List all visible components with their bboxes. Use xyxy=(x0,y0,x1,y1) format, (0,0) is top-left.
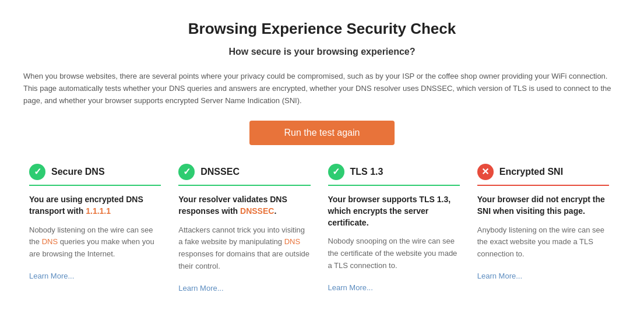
dnssec-description: Attackers cannot trick you into visiting… xyxy=(178,224,310,273)
dnssec-status-icon: ✓ xyxy=(178,164,195,180)
card-header-secure-dns: ✓ Secure DNS xyxy=(29,164,161,180)
tls13-status-icon: ✓ xyxy=(328,164,344,180)
card-encrypted-sni: ✕ Encrypted SNI Your browser did not enc… xyxy=(471,164,621,305)
card-tls13: ✓ TLS 1.3 Your browser supports TLS 1.3,… xyxy=(322,164,471,305)
secure-dns-status-icon: ✓ xyxy=(29,164,45,180)
page-title: Browsing Experience Security Check xyxy=(23,17,621,40)
card-secure-dns: ✓ Secure DNS You are using encrypted DNS… xyxy=(23,164,173,305)
tls13-learn-more[interactable]: Learn More... xyxy=(328,283,373,292)
card-header-tls13: ✓ TLS 1.3 xyxy=(328,164,460,180)
tls13-description: Nobody snooping on the wire can see the … xyxy=(328,235,460,272)
secure-dns-description: Nobody listening on the wire can see the… xyxy=(29,224,161,260)
header: Browsing Experience Security Check How s… xyxy=(23,17,621,59)
dnssec-main-text: Your resolver validates DNS responses wi… xyxy=(178,194,310,217)
page-wrapper: Browsing Experience Security Check How s… xyxy=(0,0,644,324)
intro-text: When you browse websites, there are seve… xyxy=(23,71,621,107)
card-header-dnssec: ✓ DNSSEC xyxy=(178,164,310,180)
encrypted-sni-learn-more[interactable]: Learn More... xyxy=(477,272,522,280)
page-subtitle: How secure is your browsing experience? xyxy=(23,45,621,59)
card-header-encrypted-sni: ✕ Encrypted SNI xyxy=(477,164,609,180)
secure-dns-divider xyxy=(29,185,161,186)
secure-dns-learn-more[interactable]: Learn More... xyxy=(29,272,74,280)
card-dnssec: ✓ DNSSEC Your resolver validates DNS res… xyxy=(173,164,322,305)
dnssec-title: DNSSEC xyxy=(200,165,240,179)
secure-dns-main-text: You are using encrypted DNS transport wi… xyxy=(29,194,161,217)
encrypted-sni-description: Anybody listening on the wire can see th… xyxy=(477,224,609,260)
dnssec-learn-more[interactable]: Learn More... xyxy=(178,284,223,293)
encrypted-sni-title: Encrypted SNI xyxy=(499,165,563,179)
tls13-divider xyxy=(328,185,460,186)
cards-container: ✓ Secure DNS You are using encrypted DNS… xyxy=(23,164,621,305)
encrypted-sni-main-text: Your browser did not encrypt the SNI whe… xyxy=(477,194,609,217)
tls13-main-text: Your browser supports TLS 1.3, which enc… xyxy=(328,194,460,228)
secure-dns-title: Secure DNS xyxy=(51,165,105,179)
dnssec-divider xyxy=(178,185,310,186)
encrypted-sni-status-icon: ✕ xyxy=(477,164,494,180)
tls13-title: TLS 1.3 xyxy=(350,165,383,179)
run-test-button[interactable]: Run the test again xyxy=(249,121,395,145)
encrypted-sni-divider xyxy=(477,185,609,186)
